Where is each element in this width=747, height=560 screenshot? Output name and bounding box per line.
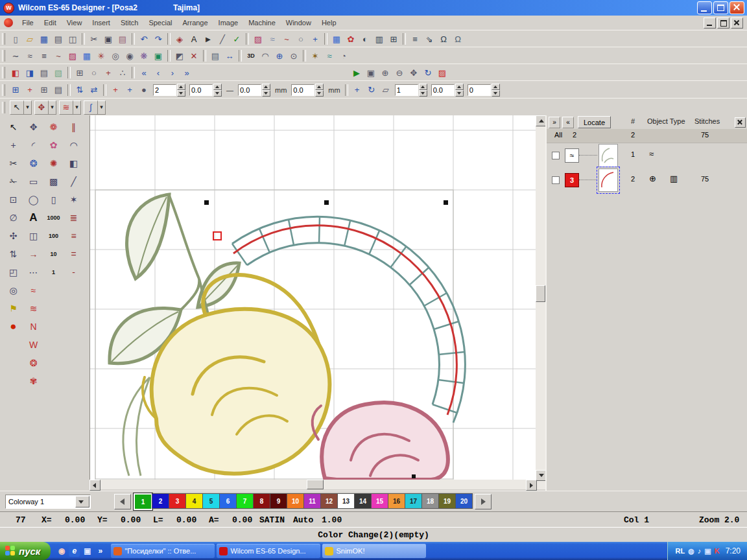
pull-comp-icon[interactable]: ↔: [223, 49, 236, 62]
run-tool-icon[interactable]: →: [23, 245, 43, 263]
swatch-4[interactable]: 4: [185, 493, 203, 509]
grid-toggle-icon[interactable]: ▦: [330, 32, 343, 45]
swatch-2[interactable]: 2: [152, 493, 169, 509]
child-close-button[interactable]: [731, 18, 743, 29]
film-strip-icon[interactable]: ▥: [373, 32, 386, 45]
swatch-5[interactable]: 5: [202, 493, 220, 509]
object-row-1[interactable]: ≈ 1 ≈: [547, 143, 747, 167]
tray-update-icon[interactable]: ◍: [688, 548, 694, 555]
toolbar-grip[interactable]: [2, 102, 5, 113]
toolbar-grip[interactable]: [2, 67, 5, 78]
stepper-down[interactable]: [419, 90, 427, 97]
rosette-icon[interactable]: ✾: [23, 372, 43, 390]
show-hoop-icon[interactable]: ○: [88, 66, 101, 79]
buttonhole-icon[interactable]: ◫: [23, 227, 43, 245]
thread-chip-green[interactable]: ≈: [565, 148, 579, 163]
swatch-16[interactable]: 16: [388, 493, 405, 509]
stepper-up[interactable]: [213, 84, 222, 90]
jump2-stitch-icon[interactable]: W: [23, 336, 43, 354]
stitch-marks-3-icon[interactable]: =: [64, 245, 84, 263]
travel-forward-icon[interactable]: ›: [166, 66, 179, 79]
swatch-20[interactable]: 20: [455, 493, 473, 509]
star-tool-icon[interactable]: ✶: [64, 191, 84, 209]
pattern-fill-icon[interactable]: ▩: [43, 172, 64, 191]
measure-icon[interactable]: ╱: [216, 32, 229, 45]
thread-chip-red[interactable]: 3: [565, 173, 579, 187]
stepper-down[interactable]: [455, 90, 464, 97]
curve-dropdown-icon[interactable]: ▾: [98, 100, 106, 115]
outline-stitch-icon[interactable]: ○: [294, 32, 307, 45]
reshape-tool-icon[interactable]: ✥: [34, 100, 49, 115]
stitch-triple-icon[interactable]: ≈: [23, 49, 36, 62]
jump-stitch-icon[interactable]: N: [23, 318, 43, 336]
stepper-down[interactable]: [315, 90, 324, 97]
travel-start-icon[interactable]: «: [137, 66, 150, 79]
contour-fill-icon[interactable]: ◎: [109, 49, 122, 62]
insert-color-change-icon[interactable]: ◧: [9, 66, 22, 79]
travel-end-icon[interactable]: »: [180, 66, 193, 79]
photo-stitch-icon[interactable]: ◩: [173, 49, 186, 62]
swatch-17[interactable]: 17: [405, 493, 422, 509]
star-effect-icon[interactable]: ✶: [309, 49, 322, 62]
quick-chevron-icon[interactable]: »: [95, 546, 106, 557]
horizontal-scroll-thumb[interactable]: [307, 480, 324, 489]
reshape-net-icon[interactable]: ✥: [23, 118, 43, 136]
show-desktop-icon[interactable]: ▣: [82, 546, 93, 557]
zoom-scale-icon[interactable]: ⇘: [423, 32, 436, 45]
scroll-left-button[interactable]: [89, 480, 101, 491]
confirm-icon[interactable]: ✓: [230, 32, 243, 45]
tray-volume-icon[interactable]: ♪: [698, 548, 702, 555]
effect-3d-icon[interactable]: 3D: [244, 49, 257, 62]
grid-ref-icon[interactable]: ⊞: [9, 84, 22, 97]
app-logo-icon[interactable]: W: [3, 3, 14, 14]
travel-back-icon[interactable]: ‹: [152, 66, 165, 79]
show-needle-icon[interactable]: +: [102, 66, 115, 79]
spiral-fill-icon[interactable]: ◉: [123, 49, 136, 62]
measure-tool-icon[interactable]: ∅: [3, 209, 23, 227]
cross-ref-icon[interactable]: +: [23, 84, 36, 97]
fan-effect-icon[interactable]: ◔: [337, 49, 350, 62]
pin-icon[interactable]: ●: [137, 84, 150, 97]
copy-icon[interactable]: ▣: [102, 32, 115, 45]
arc-tool-icon[interactable]: ◠: [64, 136, 84, 154]
design-canvas[interactable]: [89, 115, 536, 480]
swatch-15[interactable]: 15: [371, 493, 388, 509]
panel-close-icon[interactable]: [735, 117, 746, 128]
minimize-button[interactable]: [697, 1, 712, 14]
column-tool-icon[interactable]: ▯: [43, 191, 64, 209]
stamp-icon[interactable]: ⊡: [3, 191, 23, 209]
menu-arrange[interactable]: Arrange: [177, 17, 213, 29]
show-connectors-icon[interactable]: ∴: [116, 66, 129, 79]
menu-help[interactable]: Help: [316, 17, 342, 29]
grid2-ref-icon[interactable]: ⊞: [38, 84, 51, 97]
thread-colors-icon[interactable]: ✿: [344, 32, 357, 45]
swatch-7[interactable]: 7: [236, 493, 254, 509]
swatch-8[interactable]: 8: [253, 493, 270, 509]
stepper-up[interactable]: [492, 84, 500, 90]
show-grid-icon[interactable]: ⊞: [73, 66, 86, 79]
stepper-up[interactable]: [262, 84, 270, 90]
menu-insert[interactable]: Insert: [87, 17, 115, 29]
motif-red-icon[interactable]: ✺: [43, 154, 64, 172]
applique-fill-icon[interactable]: ▣: [152, 49, 165, 62]
swatch-1[interactable]: 1: [134, 493, 152, 510]
move-cluster-icon[interactable]: +: [351, 84, 364, 97]
red-run-icon[interactable]: ≈: [23, 281, 43, 299]
stitch-stem-icon[interactable]: ~: [52, 49, 65, 62]
anchor-blue-icon[interactable]: +: [123, 84, 136, 97]
cut-icon[interactable]: ✂: [88, 32, 101, 45]
menu-window[interactable]: Window: [281, 17, 316, 29]
restore-button[interactable]: [713, 1, 728, 14]
zoom-1000-icon[interactable]: 1000: [43, 209, 64, 227]
fancy-fill-icon[interactable]: ❋: [137, 49, 150, 62]
swatch-12[interactable]: 12: [320, 493, 338, 509]
object-row-2[interactable]: 3 2 ⊕ ▥ 75: [547, 167, 747, 192]
task-forum[interactable]: "Посиделки" :: Отве...: [111, 544, 215, 558]
stitch-tatami-icon[interactable]: ▦: [80, 49, 93, 62]
needle-point-icon[interactable]: +: [309, 32, 322, 45]
undo-icon[interactable]: ↶: [137, 32, 150, 45]
task-snimok[interactable]: SnimOK!: [322, 544, 426, 558]
zigzag-tool-icon[interactable]: ≋: [59, 100, 73, 115]
object-thumbnail-2[interactable]: [599, 169, 618, 192]
circle-flower-icon[interactable]: ❂: [23, 154, 43, 172]
